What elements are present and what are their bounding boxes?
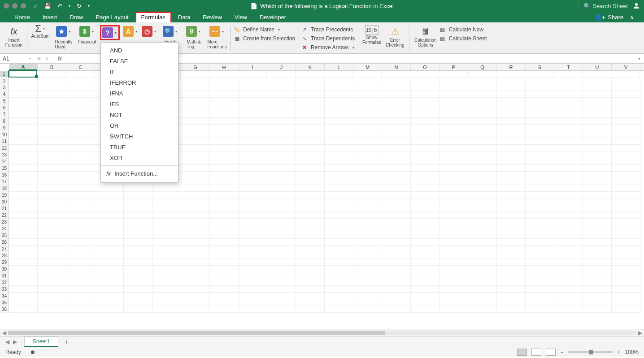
cell[interactable] (497, 232, 526, 239)
cell[interactable] (38, 84, 66, 91)
cell[interactable] (411, 185, 439, 192)
cell[interactable] (152, 219, 181, 225)
cell[interactable] (411, 158, 439, 165)
column-header[interactable]: V (612, 64, 640, 70)
cell[interactable] (497, 118, 526, 125)
cell[interactable] (611, 71, 640, 78)
cell[interactable] (554, 259, 583, 266)
date-time-button[interactable]: ◷▾ (141, 25, 157, 37)
cell[interactable] (267, 131, 296, 138)
cell[interactable] (526, 192, 554, 198)
insert-function-button[interactable]: fx Insert Function (4, 24, 24, 47)
cell[interactable] (95, 185, 124, 192)
cell[interactable] (38, 178, 66, 185)
cell[interactable] (439, 118, 468, 125)
cell[interactable] (324, 71, 353, 78)
cell[interactable] (66, 232, 95, 239)
column-header[interactable]: G (181, 64, 210, 70)
cell[interactable] (210, 286, 239, 293)
cell[interactable] (181, 219, 210, 225)
cell[interactable] (152, 239, 181, 246)
cell[interactable] (554, 212, 583, 219)
cell[interactable] (267, 252, 296, 259)
cell[interactable] (439, 165, 468, 172)
cell[interactable] (612, 178, 640, 185)
cell[interactable] (468, 272, 497, 279)
cell[interactable] (210, 279, 239, 286)
cell[interactable] (526, 145, 554, 151)
cell[interactable] (296, 279, 325, 286)
cell[interactable] (239, 252, 267, 259)
cell[interactable] (325, 104, 353, 111)
user-account-icon[interactable] (632, 2, 640, 10)
cell[interactable] (267, 91, 296, 98)
cell[interactable] (38, 272, 66, 279)
cell[interactable] (525, 71, 554, 78)
cell[interactable] (152, 259, 181, 266)
cell[interactable] (66, 131, 95, 138)
row-header[interactable]: 16 (0, 172, 9, 178)
cell[interactable] (439, 178, 468, 185)
cell[interactable] (210, 232, 239, 239)
cell[interactable] (353, 266, 382, 272)
collapse-ribbon-icon[interactable]: ∧ (630, 14, 634, 21)
more-functions-button[interactable]: ⋯▾ More Functions (207, 25, 227, 49)
cell[interactable] (38, 286, 66, 293)
cell[interactable] (239, 279, 267, 286)
cell[interactable] (468, 165, 497, 172)
tab-insert[interactable]: Insert (36, 12, 64, 22)
cell[interactable] (38, 151, 66, 158)
cell[interactable] (181, 192, 210, 198)
cell[interactable] (382, 266, 411, 272)
cell[interactable] (181, 131, 210, 138)
cell[interactable] (267, 104, 296, 111)
maximize-dot[interactable] (21, 3, 26, 9)
cell[interactable] (296, 272, 325, 279)
cell[interactable] (66, 252, 95, 259)
cell[interactable] (38, 98, 66, 104)
cell[interactable] (468, 151, 497, 158)
cell[interactable] (210, 212, 239, 219)
cell[interactable] (66, 293, 95, 299)
cell[interactable] (124, 252, 152, 259)
cell[interactable] (583, 98, 612, 104)
cell[interactable] (526, 272, 554, 279)
zoom-slider[interactable] (568, 351, 613, 353)
expand-formula-bar-icon[interactable]: ▾ (635, 56, 644, 61)
cell[interactable] (124, 198, 152, 205)
cell[interactable] (411, 111, 439, 118)
cell[interactable] (353, 178, 382, 185)
logical-button[interactable]: ?▾ (100, 25, 120, 40)
cell[interactable] (152, 272, 181, 279)
cell[interactable] (66, 212, 95, 219)
cell[interactable] (468, 84, 497, 91)
cell[interactable] (181, 286, 210, 293)
cell[interactable] (382, 165, 411, 172)
cell[interactable] (382, 111, 411, 118)
cell[interactable] (210, 145, 239, 151)
cell[interactable] (296, 145, 325, 151)
cell[interactable] (296, 178, 325, 185)
cell[interactable] (210, 151, 239, 158)
cell[interactable] (152, 279, 181, 286)
cell[interactable] (124, 306, 152, 313)
cell[interactable] (210, 91, 239, 98)
cell[interactable] (267, 98, 296, 104)
cell[interactable] (439, 272, 468, 279)
cell[interactable] (382, 125, 411, 131)
cell[interactable] (353, 185, 382, 192)
cell[interactable] (468, 104, 497, 111)
cell[interactable] (526, 219, 554, 225)
cell[interactable] (554, 145, 583, 151)
cell[interactable] (9, 178, 38, 185)
cell[interactable] (554, 178, 583, 185)
cell[interactable] (526, 151, 554, 158)
cell[interactable] (267, 286, 296, 293)
cell[interactable] (239, 151, 267, 158)
cell[interactable] (296, 158, 325, 165)
cell[interactable] (181, 252, 210, 259)
cell[interactable] (95, 239, 124, 246)
cell[interactable] (9, 104, 38, 111)
cell[interactable] (38, 266, 66, 272)
cell[interactable] (411, 205, 439, 212)
